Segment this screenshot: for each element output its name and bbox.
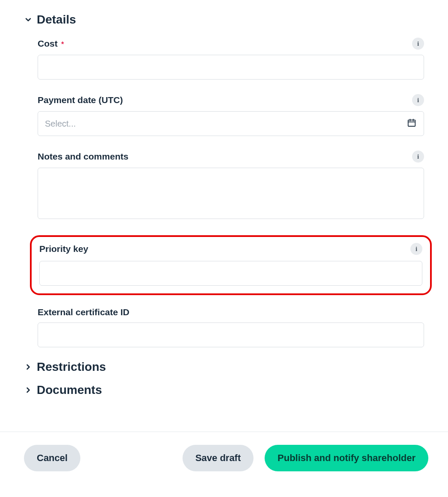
priority-key-input[interactable] xyxy=(39,261,422,286)
cost-input[interactable] xyxy=(38,55,424,80)
required-marker: * xyxy=(61,41,64,48)
info-icon[interactable]: i xyxy=(412,151,424,163)
field-external-cert: External certificate ID xyxy=(38,307,424,347)
label-external-cert: External certificate ID xyxy=(38,307,130,317)
section-title-documents: Documents xyxy=(37,383,102,397)
field-notes: Notes and comments i xyxy=(38,151,424,221)
section-title-restrictions: Restrictions xyxy=(37,360,106,374)
section-header-details[interactable]: Details xyxy=(24,13,424,27)
info-icon[interactable]: i xyxy=(412,94,424,106)
field-priority-key: Priority key i xyxy=(38,243,424,286)
label-payment-date: Payment date (UTC) xyxy=(38,95,123,105)
chevron-down-icon xyxy=(24,15,32,24)
notes-textarea[interactable] xyxy=(38,168,424,219)
label-notes: Notes and comments xyxy=(38,151,128,162)
label-cost: Cost xyxy=(38,38,58,48)
priority-key-highlight: Priority key i xyxy=(30,235,432,295)
info-icon[interactable]: i xyxy=(412,38,424,50)
payment-date-input[interactable] xyxy=(38,111,424,136)
chevron-right-icon xyxy=(24,386,32,394)
field-cost: Cost * i xyxy=(38,38,424,80)
field-payment-date: Payment date (UTC) i xyxy=(38,94,424,136)
footer: Cancel Save draft Publish and notify sha… xyxy=(0,432,448,471)
info-icon[interactable]: i xyxy=(410,243,422,255)
external-cert-input[interactable] xyxy=(38,322,424,347)
section-title-details: Details xyxy=(37,13,76,27)
section-header-restrictions[interactable]: Restrictions xyxy=(24,360,424,374)
chevron-right-icon xyxy=(24,363,32,371)
cancel-button[interactable]: Cancel xyxy=(24,445,80,471)
section-header-documents[interactable]: Documents xyxy=(24,383,424,397)
publish-button[interactable]: Publish and notify shareholder xyxy=(265,445,428,471)
label-priority-key: Priority key xyxy=(39,244,88,254)
save-draft-button[interactable]: Save draft xyxy=(183,445,253,471)
